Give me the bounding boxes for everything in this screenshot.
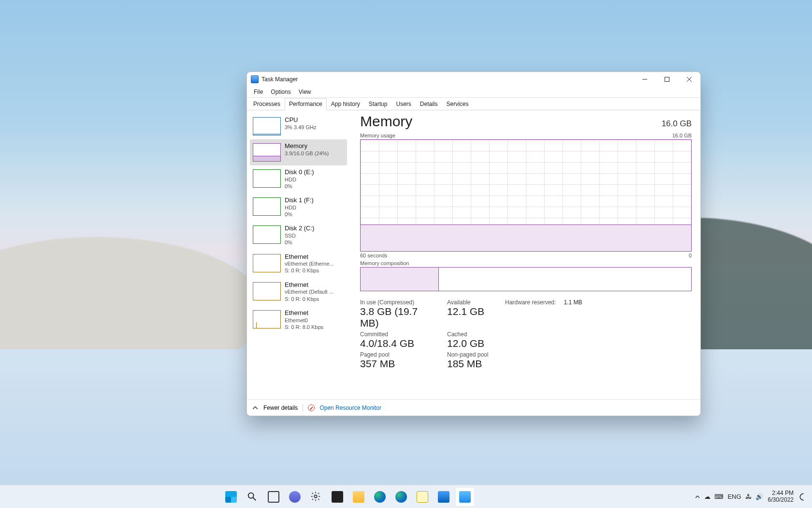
stat-label: Hardware reserved: [505,299,556,306]
taskbar[interactable]: ☁ ⌨ ENG 🖧 🔊 2:44 PM 6/30/2022 [0,485,812,508]
composition-title: Memory composition [360,260,409,266]
taskbar-app-edge-canary[interactable] [392,487,411,507]
memory-total: 16.0 GB [662,119,692,129]
sidebar-item-sub: 0% [285,211,314,218]
fewer-details-button[interactable]: Fewer details [263,404,298,411]
sidebar-item-disk0[interactable]: Disk 0 (E:) HDD 0% [250,165,347,194]
tab-performance[interactable]: Performance [285,98,327,110]
sidebar-item-label: Ethernet [285,309,323,317]
tab-app-history[interactable]: App history [327,98,364,110]
memory-usage-chart[interactable] [360,139,692,252]
sidebar-item-cpu[interactable]: CPU 3% 3.49 GHz [250,113,347,139]
open-resource-monitor-link[interactable]: Open Resource Monitor [319,404,381,411]
taskbar-app-chat[interactable] [285,487,304,507]
memory-composition-chart[interactable] [360,267,692,291]
stat-label: In use (Compressed) [360,299,437,306]
clock-time: 2:44 PM [768,490,794,497]
menu-options[interactable]: Options [267,88,294,96]
sidebar-item-sub: S: 0 R: 0 Kbps [285,267,334,274]
performance-sidebar: CPU 3% 3.49 GHz Memory 3.9/16.0 GB (24%)… [247,110,348,399]
window-footer: Fewer details Open Resource Monitor [247,399,700,416]
minimize-button[interactable] [634,72,656,87]
volume-icon[interactable]: 🔊 [755,493,763,500]
ethernet-thumb-icon [253,310,281,329]
notifications-icon[interactable] [798,492,808,502]
tab-services[interactable]: Services [442,98,473,110]
resource-monitor-icon [308,404,315,411]
taskbar-app-terminal[interactable] [328,487,347,507]
cpu-thumb-icon [253,117,281,135]
window-title: Task Manager [261,76,298,83]
svg-rect-1 [665,77,669,82]
app-icon [251,75,259,83]
task-view-button[interactable] [264,487,283,507]
sidebar-item-sub: 0% [285,183,314,190]
memory-thumb-icon [253,143,281,162]
task-manager-window: Task Manager File Options View Processes… [246,72,701,416]
menu-view[interactable]: View [295,88,315,96]
sidebar-item-sub: SSD [285,232,314,239]
taskbar-right: ☁ ⌨ ENG 🖧 🔊 2:44 PM 6/30/2022 [695,490,812,504]
taskbar-clock[interactable]: 2:44 PM 6/30/2022 [768,490,794,504]
chart-title: Memory usage [360,133,395,138]
sidebar-item-sub: 0% [285,239,314,246]
onedrive-icon[interactable]: ☁ [704,493,710,500]
close-button[interactable] [678,72,700,87]
sidebar-item-label: Ethernet [285,253,334,261]
memory-stats: In use (Compressed) 3.8 GB (19.7 MB) Ava… [360,299,692,370]
keyboard-icon[interactable]: ⌨ [714,493,724,500]
sidebar-item-disk2[interactable]: Disk 2 (C:) SSD 0% [250,222,347,250]
disk-thumb-icon [253,169,281,188]
sidebar-item-sub: S: 0 R: 0 Kbps [285,296,334,302]
sidebar-item-disk1[interactable]: Disk 1 (F:) HDD 0% [250,194,347,222]
disk-thumb-icon [253,225,281,244]
system-tray[interactable]: ☁ ⌨ ENG 🖧 🔊 [695,493,763,500]
ethernet-thumb-icon [253,282,281,300]
chevron-up-icon[interactable] [252,404,259,411]
sidebar-item-label: Disk 0 (E:) [285,168,314,176]
sidebar-item-memory[interactable]: Memory 3.9/16.0 GB (24%) [250,139,347,165]
sidebar-item-sub: Ethernet0 [285,317,323,324]
sidebar-item-ethernet-1[interactable]: Ethernet vEthernet (Default ... S: 0 R: … [250,278,347,306]
sidebar-item-label: Disk 1 (F:) [285,196,314,204]
start-button[interactable] [221,487,241,507]
taskbar-app-photos[interactable] [455,487,475,507]
stat-label: Available [447,299,495,306]
menu-file[interactable]: File [250,88,267,96]
tab-startup[interactable]: Startup [364,98,392,110]
stat-label: Committed [360,331,437,338]
chevron-up-icon[interactable] [695,494,700,500]
chart-x-right: 0 [689,253,692,258]
stat-value: 12.0 GB [447,338,495,349]
tab-details[interactable]: Details [416,98,442,110]
maximize-button[interactable] [656,72,678,87]
sidebar-item-ethernet-0[interactable]: Ethernet vEthernet (Etherne... S: 0 R: 0… [250,250,347,278]
network-icon[interactable]: 🖧 [745,493,752,500]
tab-processes[interactable]: Processes [249,98,285,110]
taskbar-app-explorer[interactable] [349,487,368,507]
memory-composition-used [361,268,439,291]
sidebar-item-ethernet-2[interactable]: Ethernet Ethernet0 S: 0 R: 8.0 Kbps [250,306,347,334]
search-button[interactable] [243,487,262,507]
taskbar-app-edge[interactable] [370,487,390,507]
sidebar-item-sub: vEthernet (Default ... [285,288,334,295]
tab-users[interactable]: Users [392,98,415,110]
divider [303,404,303,412]
taskbar-app-settings[interactable] [306,487,326,507]
sidebar-item-label: Disk 2 (C:) [285,224,314,232]
titlebar[interactable]: Task Manager [247,72,700,87]
sidebar-item-sub: vEthernet (Etherne... [285,260,334,267]
taskbar-app-remote-desktop[interactable] [434,487,453,507]
sidebar-item-sub: 3.9/16.0 GB (24%) [285,150,329,157]
tab-bar: Processes Performance App history Startu… [247,97,700,110]
svg-point-4 [248,493,254,498]
taskbar-app-notepad[interactable] [413,487,432,507]
language-indicator[interactable]: ENG [727,493,741,500]
taskbar-center [221,487,475,507]
sidebar-item-sub: HDD [285,176,314,183]
sidebar-item-sub: HDD [285,204,314,211]
sidebar-item-label: Ethernet [285,281,334,289]
stat-value: 1.1 MB [564,299,582,306]
sidebar-item-sub: S: 0 R: 8.0 Kbps [285,324,323,330]
stat-label: Cached [447,331,495,338]
